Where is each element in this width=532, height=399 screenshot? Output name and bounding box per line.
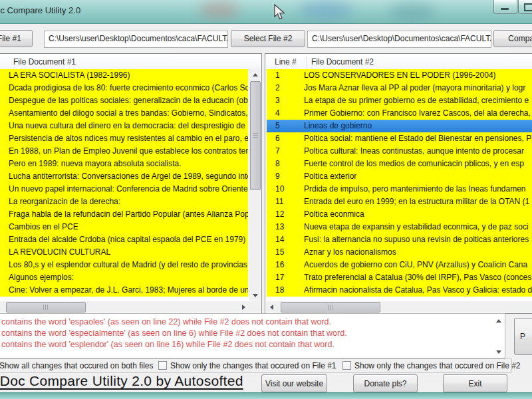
file2-line[interactable]: 2Jos Mara Aznar lleva al PP al poder (ma… xyxy=(267,82,532,94)
line-text: Poltica exterior xyxy=(304,170,532,183)
titlebar-glass-blur xyxy=(389,3,436,20)
line-text: Primer Gobierno: con Francisco Ivarez Ca… xyxy=(304,107,532,120)
diff-message: contains the word 'esplendor' (as seen o… xyxy=(0,339,505,350)
maximize-button[interactable] xyxy=(518,0,532,14)
file2-line[interactable]: 14Fusi: la alternancia no supuso una rev… xyxy=(267,233,532,246)
file2-line[interactable]: 4Primer Gobierno: con Francisco Ivarez C… xyxy=(267,107,532,120)
results-box[interactable]: contains the word 'espaoles' (as seen on… xyxy=(0,313,505,359)
file1-column-header[interactable]: File Document #1 xyxy=(0,55,261,70)
filter-file2-checkbox[interactable] xyxy=(342,361,351,370)
file1-line[interactable]: Pero en 1989: nueva mayora absoluta soci… xyxy=(0,158,248,170)
scroll-left-icon[interactable] xyxy=(266,301,277,313)
file2-line[interactable]: 7Poltica cultural: Ineas continustas, au… xyxy=(267,145,532,158)
file1-line[interactable]: LA REVOLUCIN CULTURAL xyxy=(0,246,248,259)
file2-line[interactable]: 15Aznar y los nacionalismos xyxy=(267,246,532,259)
app-window: TextDoc Compare Utility 2.0 Select File … xyxy=(0,0,532,399)
scroll-down-icon[interactable] xyxy=(493,347,504,356)
line-text: Entrada del euro en 1999; en la estructu… xyxy=(304,196,532,208)
diff-message: contains the word 'especialmente' (as se… xyxy=(0,328,505,339)
line-number: 14 xyxy=(267,233,304,246)
file2-line[interactable]: 5Lineas de gobierno xyxy=(267,120,532,132)
file1-line[interactable]: Fraga habla de la refundacin del Partido… xyxy=(0,208,248,221)
select-file2-button[interactable]: Select File #2 xyxy=(231,30,305,47)
scroll-right-icon[interactable] xyxy=(238,301,249,313)
file1-line[interactable]: La reorganizacin de la derecha: xyxy=(0,196,248,208)
scroll-thumb[interactable] xyxy=(250,81,261,190)
file2-line[interactable]: 3La etapa de su primer gobierno es de es… xyxy=(267,94,532,107)
file2-line[interactable]: 6Poltica social: mantiene el Estado del … xyxy=(267,132,532,145)
file2-line[interactable]: 9Poltica exterior xyxy=(267,170,532,183)
line-number: 10 xyxy=(267,183,304,196)
file1-horizontal-scrollbar[interactable] xyxy=(0,301,249,313)
line-text: Fusi: la alternancia no supuso una revis… xyxy=(304,233,532,246)
file1-line[interactable]: Lucha antiterrorista: Conversaciones de … xyxy=(0,170,248,183)
file1-line[interactable]: Despegue de las polticas sociales: gener… xyxy=(0,94,248,107)
file1-line[interactable]: Entrada del alcalde Crdoba (nica capital… xyxy=(0,233,248,246)
scroll-up-icon[interactable] xyxy=(493,316,504,325)
scroll-up-icon[interactable] xyxy=(249,69,261,80)
file2-line[interactable]: 12Poltica econmica xyxy=(267,208,532,221)
results-side-button[interactable]: P xyxy=(514,318,532,355)
file2-line[interactable]: 11Entrada del euro en 1999; en la estruc… xyxy=(267,196,532,208)
line-number: 15 xyxy=(267,246,304,259)
file2-line[interactable]: 10Prdida de impulso, pero mantenimiento … xyxy=(267,183,532,196)
file1-vertical-scrollbar[interactable] xyxy=(249,69,261,301)
file1-line[interactable]: LA ERA SOCIALISTA (1982-1996) xyxy=(0,69,248,82)
filter-file2-label[interactable]: Show only the changes that occured on Fi… xyxy=(354,361,521,370)
file2-path-value: C:\Users\user\Desktop\Documentos\caca\FA… xyxy=(312,34,491,43)
file2-line[interactable]: 1LOS CONSERVADORES EN EL PODER (1996-200… xyxy=(267,69,532,82)
select-file1-label: Select File #1 xyxy=(0,34,21,43)
file1-line[interactable]: Los 80,s y el esplendor cultural de Madr… xyxy=(0,259,248,271)
line-number: 17 xyxy=(267,271,304,284)
scroll-down-icon[interactable] xyxy=(249,290,261,301)
visit-website-label: Visit our website xyxy=(265,379,323,388)
file2-header-label: File Document #2 xyxy=(311,55,374,69)
file1-line[interactable]: Cambios en el PCE xyxy=(0,221,248,233)
file1-line[interactable]: Cine: Volver a empezar, de J.L. Garci, 1… xyxy=(0,284,248,297)
file1-line[interactable]: Un nuevo papel internacional: Conferenci… xyxy=(0,183,248,196)
file2-line[interactable]: 8Fuerte control de los medios de comunic… xyxy=(267,158,532,170)
line-text: Poltica cultural: Ineas continustas, aun… xyxy=(304,145,532,158)
results-scrollbar[interactable] xyxy=(493,315,504,358)
file1-line[interactable]: Dcada prodigiosa de los 80: fuerte creci… xyxy=(0,82,248,94)
exit-button[interactable]: Exit xyxy=(443,374,507,392)
scroll-thumb[interactable] xyxy=(281,302,380,313)
line-number: 2 xyxy=(267,82,304,94)
file2-line[interactable]: 18Afirmacin nacionalista de Catalua, Pas… xyxy=(267,284,532,297)
file2-rows: 1LOS CONSERVADORES EN EL PODER (1996-200… xyxy=(267,69,532,300)
scroll-thumb[interactable] xyxy=(6,302,86,313)
filter-file1-label[interactable]: Show only the changes that occured on Fi… xyxy=(170,361,336,370)
titlebar[interactable]: TextDoc Compare Utility 2.0 xyxy=(0,0,532,24)
file1-line[interactable]: Persistencia de altos ndices muy resiste… xyxy=(0,132,248,145)
file1-line[interactable]: Una nueva cultura del dinero en la democ… xyxy=(0,120,248,132)
filter-file1-checkbox[interactable] xyxy=(158,361,167,370)
line-number: 4 xyxy=(267,107,304,120)
select-file2-label: Select File #2 xyxy=(244,34,293,43)
file2-line[interactable]: 13Nueva etapa de expansin y estabilidad … xyxy=(267,221,532,233)
file1-line[interactable]: Asentamiento del dilogo social a tres ba… xyxy=(0,107,248,120)
file2-column-headers[interactable]: Line # File Document #2 xyxy=(266,55,532,70)
filter-both-label[interactable]: Show all changes that occured on both fi… xyxy=(0,361,153,370)
window-title: TextDoc Compare Utility 2.0 xyxy=(0,5,80,15)
file2-path-input[interactable]: C:\Users\user\Desktop\Documentos\caca\FA… xyxy=(307,31,491,48)
titlebar-glass-blur xyxy=(299,0,352,20)
line-text: La etapa de su primer gobierno es de est… xyxy=(304,94,532,107)
mouse-cursor-icon xyxy=(272,4,287,21)
line-number: 11 xyxy=(267,196,304,208)
file1-path-input[interactable]: C:\Users\user\Desktop\Documentos\caca\FA… xyxy=(44,31,228,48)
line-text: Poltica social: mantiene el Estado del B… xyxy=(304,132,532,145)
minimize-button[interactable] xyxy=(493,0,517,14)
compare-button[interactable]: Compare xyxy=(493,30,532,47)
file1-line[interactable]: En 1988, un Plan de Empleo Juvenil que e… xyxy=(0,145,248,158)
visit-website-button[interactable]: Visit our website xyxy=(261,374,327,392)
file2-horizontal-scrollbar[interactable] xyxy=(266,301,532,313)
line-number: 13 xyxy=(267,221,304,233)
file2-line[interactable]: 17Trato preferencial a Catalua (30% del … xyxy=(267,271,532,284)
desktop-background-strip xyxy=(0,392,532,399)
file1-rows: LA ERA SOCIALISTA (1982-1996)Dcada prodi… xyxy=(0,69,248,300)
select-file1-button[interactable]: Select File #1 xyxy=(0,30,33,47)
file1-line[interactable]: Algunos ejemplos: xyxy=(0,271,248,284)
donate-button[interactable]: Donate pls? xyxy=(353,374,418,392)
line-text: LOS CONSERVADORES EN EL PODER (1996-2004… xyxy=(304,69,532,82)
file2-line[interactable]: 16Acuerdos de gobierno con CiU, PNV (Arz… xyxy=(267,259,532,271)
